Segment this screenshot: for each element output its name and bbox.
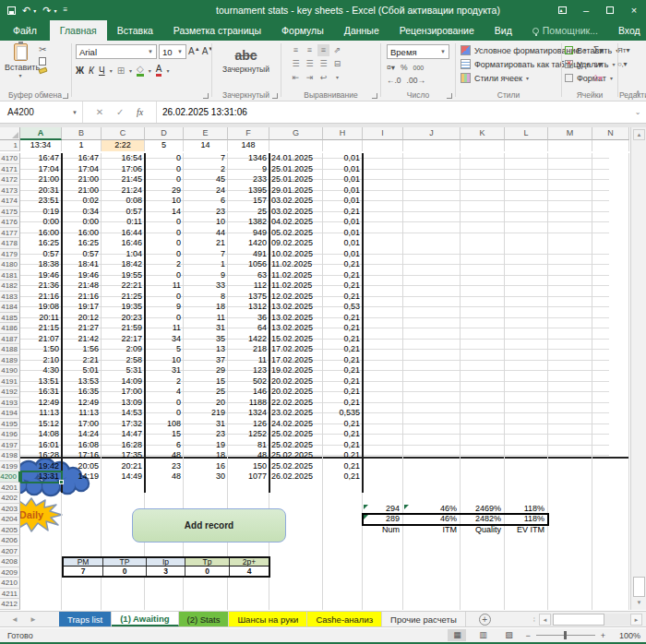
scroll-down-icon[interactable]: ▼ <box>633 599 645 608</box>
grid-cell-A4192[interactable]: 16:31 <box>20 387 62 398</box>
grid-cell-G4187[interactable]: 15.02.2025 <box>269 334 323 345</box>
grid-cell-C1[interactable]: 2:22 <box>102 140 145 151</box>
grid-cell-B4190[interactable]: 5:01 <box>62 365 102 376</box>
tab-home[interactable]: Главная <box>50 20 107 41</box>
grid-cell-E4183[interactable]: 8 <box>184 292 228 303</box>
grid-cell-F4180[interactable]: 1056 <box>228 259 269 270</box>
grid-cell-C4187[interactable]: 22:17 <box>102 334 145 345</box>
grid-cell-H4179[interactable]: 0,01 <box>323 249 363 260</box>
grid-cell-C4184[interactable]: 19:35 <box>102 302 145 313</box>
grid-cell-D4190[interactable]: 31 <box>145 365 184 376</box>
row-header-4174[interactable]: 4174 <box>0 196 20 207</box>
row-header-4182[interactable]: 4182 <box>0 280 20 292</box>
grid-cell-C4190[interactable]: 5:31 <box>102 365 145 376</box>
grid-cell-F4192[interactable]: 146 <box>228 387 269 398</box>
tab-splitter-handle[interactable]: ⁞ <box>533 612 535 626</box>
grid-cell-F4199[interactable]: 150 <box>228 461 269 472</box>
row-header-4186[interactable]: 4186 <box>0 323 20 334</box>
grid-cell-B4172[interactable]: 21:00 <box>62 174 102 185</box>
minimize-button[interactable]: – <box>574 0 598 20</box>
grid-cell-A4182[interactable]: 21:36 <box>20 280 62 292</box>
strikethrough-dialog-launcher[interactable] <box>272 93 278 99</box>
grid-cell-A4193[interactable]: 12:49 <box>20 398 62 409</box>
row-header-4207[interactable]: 4207 <box>0 546 20 557</box>
grid-cell-B4176[interactable]: 0:00 <box>62 217 102 228</box>
grid-cell-E4187[interactable]: 35 <box>184 334 228 345</box>
summary-cell-J4205[interactable]: ITM <box>403 525 461 536</box>
grid-cell-G4184[interactable]: 13.02.2025 <box>269 302 323 313</box>
grid-cell-D4199[interactable]: 23 <box>145 461 184 472</box>
grid-cell-C4199[interactable]: 20:21 <box>102 461 145 472</box>
grid-cell-A4189[interactable]: 2:10 <box>20 355 62 366</box>
row-header-4171[interactable]: 4171 <box>0 164 20 175</box>
grid-cell-E4174[interactable]: 6 <box>184 196 228 207</box>
grid-cell-G4181[interactable]: 11.02.2025 <box>269 270 323 281</box>
row-header-4205[interactable]: 4205 <box>0 525 20 536</box>
grid-cell-D4170[interactable]: 0 <box>145 153 184 164</box>
row-header-4210[interactable]: 4210 <box>0 578 20 589</box>
grid-cell-F4175[interactable]: 25 <box>228 207 269 218</box>
column-header-K[interactable]: K <box>461 127 505 140</box>
grid-cell-H4182[interactable]: 0,21 <box>323 280 363 292</box>
grid-cell-E4179[interactable]: 7 <box>184 249 228 260</box>
grid-cell-C4194[interactable]: 14:53 <box>102 408 145 419</box>
tab-insert[interactable]: Вставка <box>107 20 163 41</box>
grid-cell-A4177[interactable]: 16:00 <box>20 228 62 239</box>
grid-cell-G4196[interactable]: 25.02.2025 <box>269 429 323 440</box>
clear-icon[interactable]: ◊▾ <box>593 73 617 83</box>
row-header-4179[interactable]: 4179 <box>0 249 20 260</box>
grid-cell-B4192[interactable]: 16:35 <box>62 387 102 398</box>
grid-cell-H4185[interactable]: 0,21 <box>323 313 363 324</box>
grid-cell-E4176[interactable]: 10 <box>184 217 228 228</box>
grid-cell-D4175[interactable]: 14 <box>145 207 184 218</box>
grid-cell-F4187[interactable]: 1422 <box>228 334 269 345</box>
grid-cell-G4200[interactable]: 26.02.2025 <box>269 471 323 483</box>
grid-cell-C4182[interactable]: 22:21 <box>102 280 145 292</box>
grid-cell-E4194[interactable]: 219 <box>184 408 228 419</box>
column-header-L[interactable]: L <box>505 127 548 140</box>
grid-cell-F4183[interactable]: 1375 <box>228 292 269 303</box>
wrap-caret-icon[interactable]: ▾ <box>331 72 343 84</box>
grid-cell-B4174[interactable]: 0:02 <box>62 196 102 207</box>
bold-button[interactable]: Ж <box>76 66 84 76</box>
sort-filter-icon[interactable]: Ят▾ <box>617 46 641 54</box>
row-header-4170[interactable]: 4170 <box>0 153 20 164</box>
font-color-icon[interactable]: А <box>156 64 162 77</box>
grid-cell-B4196[interactable]: 14:24 <box>62 429 102 440</box>
grid-cell-C4181[interactable]: 19:55 <box>102 270 145 281</box>
grid-cell-C4200[interactable]: 14:49 <box>102 471 145 483</box>
grid-cell-D1[interactable]: 5 <box>145 140 184 151</box>
grid-cell-A4179[interactable]: 0:57 <box>20 249 62 260</box>
column-header-D[interactable]: D <box>145 127 184 140</box>
grid-cell-C4171[interactable]: 17:06 <box>102 164 145 175</box>
align-bottom-icon[interactable]: ≡ <box>317 44 329 56</box>
grid-cell-F4171[interactable]: 9 <box>228 164 269 175</box>
orientation-icon[interactable]: ⇗ <box>331 44 343 56</box>
grid-cell-A4198[interactable]: 16:28 <box>20 450 62 461</box>
grid-cell-C4185[interactable]: 20:23 <box>102 313 145 324</box>
grid-cell-C4198[interactable]: 17:35 <box>102 450 145 461</box>
grid-cell-B4187[interactable]: 21:42 <box>62 334 102 345</box>
row-header-4196[interactable]: 4196 <box>0 429 20 440</box>
grid-cell-F4186[interactable]: 64 <box>228 323 269 334</box>
grid-cell-D4185[interactable]: 0 <box>145 313 184 324</box>
column-header-M[interactable]: M <box>548 127 592 140</box>
grid-cell-D4198[interactable]: 48 <box>145 450 184 461</box>
sheet-nav-left-icon[interactable]: ◄ <box>11 615 18 624</box>
row-header-4192[interactable]: 4192 <box>0 387 20 398</box>
grid-cell-H4178[interactable]: 0,01 <box>323 238 363 249</box>
grid-cell-D4172[interactable]: 0 <box>145 174 184 185</box>
grid-cell-F4195[interactable]: 126 <box>228 419 269 430</box>
grid-cell-E4189[interactable]: 37 <box>184 355 228 366</box>
grid-cell-H4198[interactable]: 0,21 <box>323 450 363 461</box>
grid-cell-H4196[interactable]: 0,21 <box>323 429 363 440</box>
pm-header-Ip[interactable]: Ip <box>147 558 185 566</box>
grid-cell-D4181[interactable]: 0 <box>145 270 184 281</box>
grid-cell-L1[interactable] <box>505 140 548 151</box>
pm-header-Tp[interactable]: Tp <box>185 558 230 566</box>
row-header-4181[interactable]: 4181 <box>0 270 20 281</box>
grid-cell-H4193[interactable]: 0,21 <box>323 398 363 409</box>
grid-cell-E4172[interactable]: 45 <box>184 174 228 185</box>
grid-cell-F4191[interactable]: 502 <box>228 376 269 388</box>
grid-cell-H4197[interactable]: 0,21 <box>323 440 363 451</box>
